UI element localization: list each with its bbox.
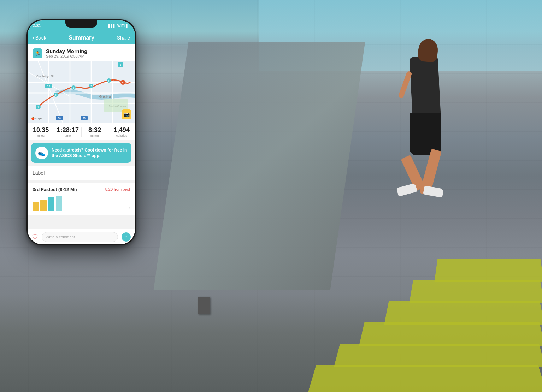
content-area: 🏃 Sunday Morning Sep 29, 2019 6:53 AM <box>28 44 135 229</box>
label-text: Label <box>33 170 45 176</box>
runner-figure <box>369 28 482 364</box>
back-chevron-icon: ‹ <box>33 35 34 41</box>
comment-input[interactable]: Write a comment... <box>42 232 118 242</box>
share-button[interactable]: Share <box>117 35 130 41</box>
heart-button[interactable]: ♡ <box>32 233 38 241</box>
phone-notch <box>65 20 97 28</box>
chart-bar-2 <box>40 200 47 211</box>
activity-icon: 🏃 <box>33 48 42 58</box>
perf-title: 3rd Fastest (8-12 Mi) <box>33 187 77 192</box>
svg-text:2A: 2A <box>47 85 51 88</box>
svg-text:Cambridge St: Cambridge St <box>36 75 54 78</box>
back-button[interactable]: ‹ Back <box>33 35 46 41</box>
stat-time-value: 1:28:17 <box>54 127 81 134</box>
svg-text:1: 1 <box>37 106 39 108</box>
activity-name: Sunday Morning <box>46 48 88 54</box>
wifi-icon: WiFi <box>117 24 125 28</box>
comment-placeholder: Write a comment... <box>46 235 78 239</box>
svg-text:Boston: Boston <box>98 94 112 99</box>
status-icons: ▌▌▌ WiFi ▌ <box>108 24 129 28</box>
stat-calories-label: calories <box>108 134 135 137</box>
battery-icon: ▌ <box>126 24 129 28</box>
stat-time: 1:28:17 time <box>54 127 81 137</box>
stat-time-label: time <box>54 134 81 137</box>
map-svg: 1 3 5 7 9 10 Boston Bosto <box>28 61 135 123</box>
maps-attribution: 🍎Maps <box>31 117 42 120</box>
svg-text:90: 90 <box>58 117 61 119</box>
activity-info: Sunday Morning Sep 29, 2019 6:53 AM <box>46 48 88 58</box>
stats-row: 10.35 miles 1:28:17 time 8:32 min/mi 1,4… <box>28 123 135 140</box>
chevron-right-icon: › <box>128 204 130 211</box>
promo-text: Need a stretch? Cool down for free in th… <box>52 147 127 159</box>
stat-miles-label: miles <box>28 134 54 137</box>
camera-icon[interactable]: 📷 <box>122 109 131 119</box>
stat-pace: 8:32 min/mi <box>82 127 108 137</box>
stat-pace-label: min/mi <box>82 134 108 137</box>
activity-header: 🏃 Sunday Morning Sep 29, 2019 6:53 AM <box>28 44 135 61</box>
signal-icon: ▌▌▌ <box>108 24 116 28</box>
bottom-bar: ♡ Write a comment... ↑ <box>28 229 135 244</box>
stat-miles-value: 10.35 <box>28 127 54 134</box>
run-icon: 🏃 <box>35 51 41 56</box>
chart-bar-1 <box>33 202 39 211</box>
perf-chart <box>33 195 130 211</box>
svg-text:10: 10 <box>122 82 124 84</box>
status-time: 2:31 <box>33 23 41 28</box>
chart-bar-3 <box>48 197 54 211</box>
stat-miles: 10.35 miles <box>28 127 54 137</box>
back-label: Back <box>35 35 46 41</box>
stat-calories: 1,494 calories <box>108 127 135 137</box>
activity-date: Sep 29, 2019 6:53 AM <box>46 54 88 58</box>
promo-banner[interactable]: 👟 Need a stretch? Cool down for free in … <box>31 143 131 163</box>
promo-avatar: 👟 <box>35 147 48 159</box>
label-section: Label <box>28 166 135 180</box>
phone-mockup: 2:31 ▌▌▌ WiFi ▌ ‹ Back Summary Share <box>26 19 136 245</box>
perf-header: 3rd Fastest (8-12 Mi) -8:20 from best <box>33 187 130 192</box>
send-button[interactable]: ↑ <box>122 232 131 242</box>
stat-pace-value: 8:32 <box>82 127 108 134</box>
send-icon: ↑ <box>125 234 127 239</box>
nav-title: Summary <box>69 35 94 41</box>
perf-diff: -8:20 from best <box>104 187 130 191</box>
nav-bar: ‹ Back Summary Share <box>28 31 135 44</box>
chart-bar-4 <box>56 196 62 211</box>
stat-calories-value: 1,494 <box>108 127 135 134</box>
svg-text:1: 1 <box>120 64 121 66</box>
svg-text:90: 90 <box>83 117 86 119</box>
map-area[interactable]: 1 3 5 7 9 10 Boston Bosto <box>28 61 135 123</box>
performance-section[interactable]: 3rd Fastest (8-12 Mi) -8:20 from best › <box>28 183 135 215</box>
